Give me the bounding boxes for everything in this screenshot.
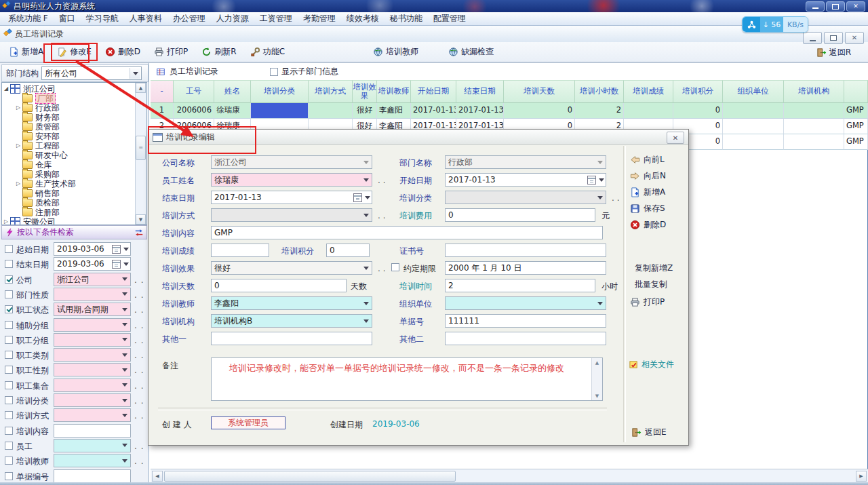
chevron-down-icon[interactable] [595, 192, 605, 203]
horizontal-scrollbar[interactable]: ◀ ▶ [151, 469, 868, 483]
teacher-combobox[interactable]: 李鑫阳 [211, 296, 372, 310]
tree-item[interactable]: 质检部 [2, 198, 136, 208]
tree-item[interactable]: 采购部 [2, 170, 136, 179]
lookup-dots[interactable]: . . [134, 275, 144, 285]
text-input[interactable] [54, 424, 131, 438]
column-header[interactable]: 培训效果 [353, 80, 377, 103]
column-header[interactable] [844, 80, 868, 103]
chevron-down-icon[interactable] [120, 364, 130, 375]
effect-combobox[interactable]: 很好 [211, 261, 372, 275]
scroll-up-icon[interactable]: ▲ [136, 83, 146, 93]
tree-item[interactable]: ▷行政部 [2, 103, 136, 113]
lookup-dots[interactable]: . . [134, 411, 144, 421]
toolbar-button-newdoc[interactable]: 新增A [4, 44, 48, 60]
company-filter-combobox[interactable]: 所有公司 [41, 66, 142, 80]
calendar-icon[interactable] [112, 245, 129, 254]
search-checkbox[interactable] [5, 366, 13, 374]
tree-item[interactable]: ▷工程部 [2, 141, 136, 151]
search-control[interactable] [54, 424, 131, 438]
dialog-side-button[interactable]: 保存S [630, 203, 665, 214]
table-cell[interactable] [309, 103, 353, 119]
table-cell[interactable]: 2006006 [174, 103, 214, 119]
scroll-down-icon[interactable]: ▼ [592, 391, 602, 400]
chevron-down-icon[interactable] [120, 440, 130, 451]
table-cell[interactable]: 0 [673, 103, 723, 119]
dialog-side-button[interactable]: 向后N [630, 170, 666, 182]
lookup-dots[interactable]: . . [134, 366, 144, 375]
chevron-down-icon[interactable] [361, 315, 371, 326]
start-date-input[interactable]: 2017-01-13 [445, 173, 606, 187]
scroll-right-icon[interactable]: ▶ [856, 471, 867, 482]
date-input[interactable]: 2019-03-06 [54, 242, 131, 256]
search-checkbox[interactable] [5, 245, 13, 253]
lookup-dots[interactable]: . . [134, 305, 144, 315]
search-control[interactable]: 浙江公司 [54, 273, 131, 286]
tree-item[interactable]: 安环部 [2, 132, 136, 141]
column-header[interactable]: 组织单位 [723, 80, 784, 103]
other2-input[interactable] [445, 332, 606, 345]
dropdown[interactable] [54, 288, 131, 301]
expander-icon[interactable]: ▷ [14, 103, 22, 113]
column-header[interactable]: 姓名 [214, 80, 251, 103]
chevron-down-icon[interactable] [361, 298, 371, 309]
category-combobox[interactable] [445, 191, 606, 204]
tree-item[interactable]: 厂部 [2, 94, 136, 103]
table-cell[interactable]: 李鑫阳 [377, 103, 411, 119]
dropdown[interactable] [54, 318, 131, 332]
search-checkbox[interactable] [5, 381, 13, 389]
expander-icon[interactable]: ▷ [14, 179, 22, 189]
employee-combobox[interactable]: 徐瑞康 [211, 173, 372, 187]
column-header[interactable]: - [151, 80, 174, 103]
calendar-icon[interactable] [587, 176, 604, 185]
tree-item[interactable]: 仓库 [2, 160, 136, 170]
search-control[interactable] [54, 439, 131, 452]
chevron-down-icon[interactable] [130, 68, 140, 79]
table-cell[interactable] [624, 103, 673, 119]
lookup-dots[interactable]: . . [134, 396, 144, 406]
dropdown[interactable] [54, 348, 131, 362]
menu-item[interactable]: 人事资料 [124, 12, 167, 26]
end-date-input[interactable]: 2017-01-13 [211, 191, 372, 204]
chevron-down-icon[interactable] [595, 298, 605, 309]
days-input[interactable]: 0 [211, 279, 347, 292]
table-cell[interactable] [784, 134, 844, 150]
dropdown[interactable]: 浙江公司 [54, 273, 131, 286]
toolbar-link-button[interactable]: 培训教师 [368, 44, 423, 60]
chevron-down-icon[interactable] [120, 304, 130, 315]
mode-combobox[interactable] [211, 208, 372, 222]
menu-item[interactable]: 办公管理 [167, 12, 211, 26]
lookup-dots[interactable]: . . [134, 442, 144, 451]
search-control[interactable] [54, 318, 131, 332]
search-checkbox[interactable] [5, 275, 13, 284]
search-checkbox[interactable] [5, 305, 13, 313]
menu-item[interactable]: 人力资源 [211, 12, 254, 26]
search-control[interactable] [54, 408, 131, 422]
minimize-button[interactable] [806, 1, 825, 12]
remark-textarea[interactable]: 培训记录修改时，能否对单一单据号的培训记录统一修改，而不是一条一条记录的修改 ▲… [211, 357, 603, 401]
doc-no-input[interactable]: 111111 [445, 314, 606, 328]
lookup-dots[interactable]: . . [134, 457, 144, 466]
menu-item[interactable]: 配置管理 [428, 12, 471, 26]
cert-no-input[interactable] [445, 244, 606, 257]
dropdown[interactable] [54, 333, 131, 347]
mode-lookup-dots[interactable]: . . [378, 211, 385, 220]
tree-item[interactable]: 销售部 [2, 189, 136, 198]
expander-icon[interactable]: ▷ [2, 217, 10, 225]
chevron-down-icon[interactable] [120, 380, 130, 391]
lookup-dots[interactable]: . . [134, 351, 144, 360]
search-control[interactable] [54, 333, 131, 347]
category-lookup-dots[interactable]: . . [612, 193, 619, 203]
other1-input[interactable] [211, 332, 372, 345]
agreed-term-checkbox[interactable] [391, 263, 399, 271]
employee-lookup-dots[interactable]: . . [378, 176, 385, 185]
table-cell[interactable] [723, 134, 784, 150]
scrollbar-thumb[interactable]: ≡ [136, 136, 146, 160]
dialog-side-button[interactable]: 删除D [630, 219, 666, 231]
tree-item[interactable]: 质管部 [2, 122, 136, 132]
table-row[interactable]: 12006006徐瑞康很好李鑫阳2017-01-132017-01-13020G… [151, 103, 868, 119]
chevron-down-icon[interactable] [361, 263, 371, 273]
chevron-down-icon[interactable] [120, 410, 130, 421]
search-checkbox[interactable] [5, 290, 13, 298]
form-restore-button[interactable] [824, 32, 843, 44]
return-button[interactable]: 返回R [812, 45, 856, 60]
